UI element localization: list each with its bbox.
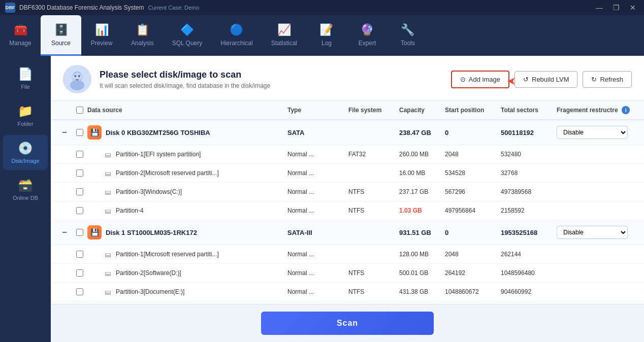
close-button[interactable]: ✕ <box>627 3 639 13</box>
nav-item-preview[interactable]: 📊 Preview <box>81 15 122 56</box>
add-image-button[interactable]: ⊙ Add image <box>451 71 509 88</box>
svg-point-7 <box>80 75 83 79</box>
part-name-cell: 🖴 Partition-3[Document(E:)] <box>87 287 287 297</box>
disk-row-partial: − 💾 Disable <box>51 301 644 304</box>
table-row: 🖴 Partition-2[Software(D:)] Normal ... N… <box>51 264 644 283</box>
disk1-fragment-select[interactable]: Disable Enable <box>557 226 628 239</box>
nav-item-tools[interactable]: 🔧 Tools <box>388 15 428 56</box>
scan-button[interactable]: Scan <box>261 312 434 335</box>
partition-icon: 🖴 <box>103 187 113 197</box>
nav-item-hierarchical[interactable]: 🔵 Hierarchical <box>211 15 262 56</box>
sidebar-label-disk-image: Disk/Image <box>11 158 39 164</box>
svg-point-6 <box>72 75 75 79</box>
maximize-button[interactable]: ❐ <box>610 3 623 13</box>
disk0-fragment-cell[interactable]: Disable Enable <box>557 126 638 139</box>
nav-label-source: Source <box>51 40 71 47</box>
col-select-all[interactable] <box>72 107 87 114</box>
partition-icon: 🖴 <box>103 206 113 216</box>
nav-item-log[interactable]: 📝 Log <box>306 15 347 56</box>
disk0-type: SATA <box>287 129 348 136</box>
select-all-checkbox[interactable] <box>76 107 83 114</box>
nav-label-preview: Preview <box>91 40 113 47</box>
sidebar-item-folder[interactable]: 📁 Folder <box>3 98 48 133</box>
part-start: 264192 <box>445 269 501 277</box>
source-icon: 🗄️ <box>54 23 68 37</box>
part-checkbox[interactable] <box>76 207 83 214</box>
log-icon: 📝 <box>319 23 333 37</box>
col-capacity-header: Capacity <box>399 107 445 114</box>
page-subtitle: It will scan selected disk/image, find d… <box>100 82 270 89</box>
part-checkbox[interactable] <box>76 188 83 195</box>
part-checkbox[interactable] <box>76 288 83 295</box>
disk0-checkbox[interactable] <box>76 129 83 136</box>
disk1-fragment-cell[interactable]: Disable Enable <box>557 226 638 239</box>
part-fs: FAT32 <box>348 151 399 158</box>
part-name-cell: 🖴 Partition-2[Software(D:)] <box>87 268 287 278</box>
part-sectors: 32768 <box>501 169 557 177</box>
minimize-button[interactable]: — <box>593 3 606 13</box>
hierarchical-icon: 🔵 <box>230 23 243 37</box>
col-fragment-header: Fragement restructre i <box>557 106 638 114</box>
disk-image-icon: 💿 <box>18 141 33 155</box>
add-circle-icon: ⊙ <box>460 76 466 83</box>
disk1-checkbox[interactable] <box>76 229 83 236</box>
part-fs: NTFS <box>348 269 399 277</box>
col-filesystem-header: File system <box>348 107 399 114</box>
disk1-checkbox-cell[interactable] <box>72 229 87 236</box>
sidebar-label-file: File <box>21 84 30 90</box>
nav-item-expert[interactable]: 🔮 Expert <box>347 15 388 56</box>
content-header: Please select disk/image to scan It will… <box>51 56 644 101</box>
preview-icon: 📊 <box>95 23 109 37</box>
refresh-button[interactable]: ↻ Refresh <box>583 71 632 88</box>
nav-item-manage[interactable]: 🧰 Manage <box>0 15 41 56</box>
fragment-info-icon[interactable]: i <box>622 106 630 114</box>
collapse-disk0-button[interactable]: − <box>57 128 72 137</box>
online-db-icon: 🗃️ <box>18 178 33 192</box>
part-checkbox[interactable] <box>76 269 83 277</box>
disk1-icon: 💾 <box>87 225 102 240</box>
disk0-fragment-select[interactable]: Disable Enable <box>557 126 628 139</box>
part-type: Normal ... <box>287 188 348 195</box>
part-name: Partition-4 <box>116 207 144 214</box>
rebuild-lvm-button[interactable]: ↺ Rebuild LVM <box>514 71 577 88</box>
nav-item-statistical[interactable]: 📈 Statistical <box>262 15 306 56</box>
part-fs: NTFS <box>348 207 399 214</box>
current-case: Current Case: Demo <box>148 5 199 11</box>
folder-icon: 📁 <box>18 104 33 118</box>
sidebar-item-file[interactable]: 📄 File <box>3 61 48 96</box>
part-sectors: 497389568 <box>501 188 557 195</box>
header-text: Please select disk/image to scan It will… <box>100 70 270 89</box>
sidebar-item-disk-image[interactable]: 💿 Disk/Image <box>3 135 48 170</box>
col-totalsectors-header: Total sectors <box>501 107 557 114</box>
part-type: Normal ... <box>287 288 348 295</box>
nav-label-log: Log <box>321 40 332 47</box>
sidebar: 📄 File 📁 Folder 💿 Disk/Image 🗃️ Online D… <box>0 56 51 342</box>
titlebar-left: DBF DBF6300 Database Forensic Analysis S… <box>5 3 199 13</box>
part-name-cell: 🖴 Partition-4 <box>87 206 287 216</box>
table-row: 🖴 Partition-1[EFI system partition] Norm… <box>51 145 644 164</box>
part-start: 534528 <box>445 169 501 177</box>
collapse-disk1-button[interactable]: − <box>57 228 72 237</box>
part-type: Normal ... <box>287 269 348 277</box>
nav-label-statistical: Statistical <box>271 40 297 47</box>
nav-item-analysis[interactable]: 📋 Analysis <box>122 15 163 56</box>
part-start: 2048 <box>445 251 501 258</box>
disk1-type: SATA-III <box>287 229 348 236</box>
window-controls[interactable]: — ❐ ✕ <box>593 3 639 13</box>
part-sectors: 532480 <box>501 151 557 158</box>
table-row: 🖴 Partition-1[Microsoft reserved partiti… <box>51 245 644 264</box>
part-checkbox[interactable] <box>76 169 83 177</box>
part-checkbox[interactable] <box>76 251 83 258</box>
nav-item-source[interactable]: 🗄️ Source <box>41 15 81 56</box>
disk0-name: Disk 0 KBG30ZMT256G TOSHIBA <box>106 129 210 136</box>
part-start: 567296 <box>445 188 501 195</box>
sidebar-item-online-db[interactable]: 🗃️ Online DB <box>3 172 48 207</box>
disk0-checkbox-cell[interactable] <box>72 129 87 136</box>
sidebar-label-folder: Folder <box>17 121 33 127</box>
disk1-name: Disk 1 ST1000LM035-1RK172 <box>106 229 197 236</box>
part-start: 2048 <box>445 151 501 158</box>
part-sectors: 262144 <box>501 251 557 258</box>
part-checkbox[interactable] <box>76 151 83 158</box>
nav-item-sql-query[interactable]: 🔷 SQL Query <box>163 15 212 56</box>
part-name-cell: 🖴 Partition-1[Microsoft reserved partiti… <box>87 249 287 259</box>
